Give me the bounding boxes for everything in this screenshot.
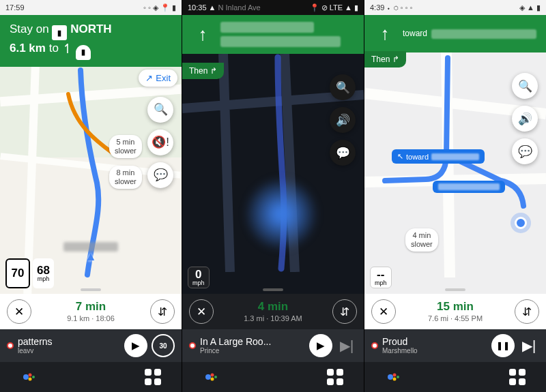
report-button[interactable]: 💬: [512, 138, 538, 164]
svg-point-11: [397, 376, 399, 378]
search-button[interactable]: 🔍: [512, 73, 538, 99]
sound-icon: 🔊: [518, 112, 532, 126]
search-button[interactable]: 🔍: [147, 97, 173, 123]
arrow-up-icon: ↑: [192, 22, 212, 46]
map[interactable]: 🔍 🔊 💬 0mph: [182, 54, 364, 294]
status-icons: 📍 ⊘ LTE ▲ ▮: [310, 3, 358, 12]
sound-button[interactable]: 🔊: [512, 106, 538, 132]
pause-icon: ❚❚: [496, 341, 510, 350]
sound-button[interactable]: 🔇!: [147, 130, 173, 155]
traffic-chip[interactable]: 4 min slower: [405, 228, 438, 252]
triptych: 17:59 ◦ ◦ ◈ 📍 ▮ Stay on ▮ NORTH 6.1 km t…: [0, 0, 546, 392]
next-icon: ▶|: [522, 337, 536, 354]
svg-point-6: [211, 378, 214, 381]
media-artist: Prince: [200, 347, 305, 355]
direction-banner[interactable]: Stay on ▮ NORTH 6.1 km to ↿ ▮: [0, 15, 182, 67]
next-button[interactable]: ▶|: [519, 335, 539, 356]
close-icon: ✕: [14, 305, 24, 319]
close-button[interactable]: ✕: [371, 299, 396, 324]
banner-distance: 6.1 km: [10, 42, 46, 55]
close-button[interactable]: ✕: [7, 299, 31, 324]
phone-2: 10:35 ▲ N Inland Ave 📍 ⊘ LTE ▲ ▮ ↑ Then …: [182, 0, 364, 392]
apps-button[interactable]: [327, 369, 343, 385]
traffic-chip[interactable]: 5 min slower: [109, 135, 142, 158]
play-icon: ▶: [317, 340, 325, 352]
status-time: 4:39: [370, 3, 384, 12]
exit-chip[interactable]: ↗ Exit: [139, 70, 177, 87]
status-bar: 17:59 ◦ ◦ ◈ 📍 ▮: [0, 0, 182, 15]
speed-limit: 70: [5, 258, 30, 288]
drag-handle-icon[interactable]: [263, 288, 283, 291]
direction-banner[interactable]: ↑: [182, 15, 364, 54]
sound-button[interactable]: 🔊: [330, 107, 356, 133]
media-title: patterns: [18, 337, 120, 347]
speed-display: 70 68mph: [5, 258, 54, 288]
svg-point-7: [214, 376, 217, 378]
close-button[interactable]: ✕: [189, 299, 214, 324]
svg-point-1: [29, 374, 32, 377]
add-report-icon: 💬: [518, 145, 532, 159]
report-button[interactable]: 💬: [330, 140, 356, 166]
media-app-icon: [371, 342, 378, 349]
sound-icon: 🔇!: [152, 135, 169, 149]
media-title: In A Large Roo...: [200, 337, 305, 347]
routes-button[interactable]: ⇵: [150, 299, 175, 324]
nav-bar: [364, 362, 546, 392]
location-dot-icon: [515, 217, 527, 229]
then-chip[interactable]: Then ↱: [364, 51, 406, 67]
routes-button[interactable]: ⇵: [332, 299, 357, 324]
route-chip[interactable]: ↖ toward: [392, 149, 485, 164]
street-blur: [220, 36, 341, 47]
routes-icon: ⇵: [158, 305, 167, 319]
status-icons: ◦ ◦ ◈ 📍 ▮: [143, 3, 176, 12]
media-bar[interactable]: patterns leavv ▶ 30: [0, 329, 182, 362]
eta-bar[interactable]: ✕ 15 min 7.6 mi · 4:55 PM ⇵: [364, 294, 546, 329]
apps-button[interactable]: [145, 369, 161, 385]
close-icon: ✕: [197, 305, 206, 319]
add-report-icon: 💬: [154, 168, 168, 182]
report-button[interactable]: 💬: [147, 162, 173, 188]
svg-point-0: [23, 374, 29, 380]
assistant-button[interactable]: [385, 369, 401, 385]
next-button[interactable]: ▶|: [336, 335, 357, 356]
direction-banner[interactable]: ↑ toward: [364, 15, 546, 52]
phone-3: 4:39 ⬩ ⬡ ◦ ◦ ◦ ◈ ▲ ▮ ↑ toward Then ↱ ↖ t…: [364, 0, 546, 392]
eta-bar[interactable]: ✕ 4 min 1.3 mi · 10:39 AM ⇵: [182, 294, 364, 329]
banner-stay: Stay on: [10, 22, 49, 35]
play-button[interactable]: ▶: [309, 334, 332, 357]
phone-1: 17:59 ◦ ◦ ◈ 📍 ▮ Stay on ▮ NORTH 6.1 km t…: [0, 0, 182, 392]
then-chip[interactable]: Then ↱: [182, 63, 224, 79]
traffic-chip[interactable]: 8 min slower: [109, 166, 142, 189]
pause-button[interactable]: ❚❚: [491, 334, 515, 357]
routes-button[interactable]: ⇵: [515, 299, 539, 324]
map[interactable]: ↗ Exit 🔍 🔇! 💬 5 min slower 8 min slower …: [0, 67, 182, 294]
search-button[interactable]: 🔍: [330, 74, 356, 100]
speed-current: --: [377, 269, 384, 280]
turn-right-icon: ↱: [210, 66, 217, 76]
eta-time: 7 min: [76, 300, 106, 314]
forward-30-button[interactable]: 30: [152, 334, 175, 357]
media-title: Proud: [382, 337, 487, 347]
eta-time: 15 min: [437, 300, 474, 314]
street-blur: [220, 22, 314, 33]
media-bar[interactable]: Proud Marshmello ❚❚ ▶|: [364, 329, 546, 362]
eta-time: 4 min: [258, 300, 288, 314]
map[interactable]: ↖ toward 🔍 🔊 💬 4 min slower --mph: [364, 52, 546, 294]
speed-display: --mph: [370, 267, 392, 288]
play-button[interactable]: ▶: [124, 334, 147, 357]
play-icon: ▶: [132, 340, 140, 352]
status-time: 17:59: [5, 3, 25, 12]
drag-handle-icon[interactable]: [81, 288, 101, 291]
apps-button[interactable]: [509, 369, 526, 385]
eta-detail: 1.3 mi · 10:39 AM: [244, 314, 302, 323]
eta-detail: 9.1 km · 18:06: [67, 314, 115, 323]
drag-handle-icon[interactable]: [445, 288, 465, 291]
banner-toward: toward: [403, 28, 427, 39]
assistant-button[interactable]: [203, 369, 219, 385]
svg-point-2: [29, 378, 32, 381]
media-bar[interactable]: In A Large Roo... Prince ▶ ▶|: [182, 329, 364, 362]
route-chip[interactable]: [433, 181, 505, 193]
assistant-button[interactable]: [20, 369, 37, 385]
eta-bar[interactable]: ✕ 7 min 9.1 km · 18:06 ⇵: [0, 294, 182, 329]
search-icon: 🔍: [336, 80, 350, 95]
